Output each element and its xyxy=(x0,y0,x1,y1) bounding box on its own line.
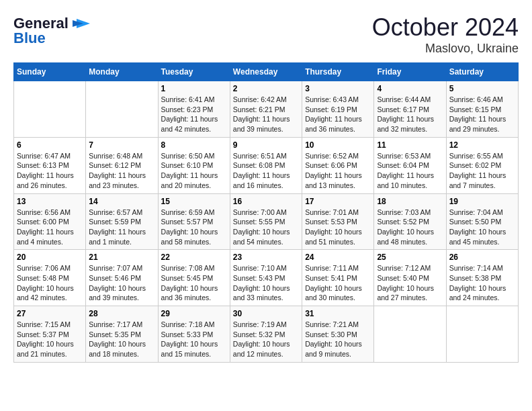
day-number: 4 xyxy=(377,84,443,93)
day-number: 21 xyxy=(89,253,154,262)
calendar-cell xyxy=(374,306,446,363)
calendar-cell: 27Sunrise: 7:15 AM Sunset: 5:37 PM Dayli… xyxy=(14,306,86,363)
day-detail: Sunrise: 6:43 AM Sunset: 6:19 PM Dayligh… xyxy=(305,95,371,134)
week-row-1: 6Sunrise: 6:47 AM Sunset: 6:13 PM Daylig… xyxy=(14,137,519,193)
day-detail: Sunrise: 7:07 AM Sunset: 5:46 PM Dayligh… xyxy=(89,263,154,303)
day-number: 18 xyxy=(377,197,443,206)
day-detail: Sunrise: 6:50 AM Sunset: 6:10 PM Dayligh… xyxy=(161,151,227,191)
day-number: 25 xyxy=(377,253,443,262)
logo: General Blue xyxy=(13,13,91,47)
week-row-0: 1Sunrise: 6:41 AM Sunset: 6:23 PM Daylig… xyxy=(14,81,519,138)
calendar-cell: 2Sunrise: 6:42 AM Sunset: 6:21 PM Daylig… xyxy=(230,81,302,138)
day-number: 8 xyxy=(161,140,227,150)
calendar-cell: 24Sunrise: 7:11 AM Sunset: 5:41 PM Dayli… xyxy=(302,250,374,306)
day-detail: Sunrise: 7:03 AM Sunset: 5:52 PM Dayligh… xyxy=(377,208,443,247)
day-detail: Sunrise: 6:47 AM Sunset: 6:13 PM Dayligh… xyxy=(17,151,83,191)
calendar-cell: 11Sunrise: 6:53 AM Sunset: 6:04 PM Dayli… xyxy=(374,137,446,193)
day-detail: Sunrise: 7:10 AM Sunset: 5:43 PM Dayligh… xyxy=(233,263,299,303)
day-detail: Sunrise: 6:46 AM Sunset: 6:15 PM Dayligh… xyxy=(449,95,515,134)
calendar-cell: 16Sunrise: 7:00 AM Sunset: 5:55 PM Dayli… xyxy=(230,193,302,250)
day-number: 26 xyxy=(449,253,515,262)
page-title: October 2024 xyxy=(372,13,519,42)
calendar-cell: 4Sunrise: 6:44 AM Sunset: 6:17 PM Daylig… xyxy=(374,81,446,138)
day-detail: Sunrise: 6:52 AM Sunset: 6:06 PM Dayligh… xyxy=(305,151,371,191)
calendar-table: SundayMondayTuesdayWednesdayThursdayFrid… xyxy=(13,62,519,363)
calendar-cell: 14Sunrise: 6:57 AM Sunset: 5:59 PM Dayli… xyxy=(86,193,158,250)
header-row: SundayMondayTuesdayWednesdayThursdayFrid… xyxy=(14,63,519,81)
day-detail: Sunrise: 7:11 AM Sunset: 5:41 PM Dayligh… xyxy=(305,263,371,303)
calendar-cell: 22Sunrise: 7:08 AM Sunset: 5:45 PM Dayli… xyxy=(158,250,230,306)
calendar-cell: 12Sunrise: 6:55 AM Sunset: 6:02 PM Dayli… xyxy=(446,137,518,193)
day-detail: Sunrise: 7:17 AM Sunset: 5:35 PM Dayligh… xyxy=(89,320,154,359)
day-detail: Sunrise: 6:57 AM Sunset: 5:59 PM Dayligh… xyxy=(89,208,154,247)
logo-bird-icon xyxy=(71,13,91,34)
day-detail: Sunrise: 7:12 AM Sunset: 5:40 PM Dayligh… xyxy=(377,263,443,303)
day-number: 3 xyxy=(305,84,371,93)
day-number: 1 xyxy=(161,84,227,93)
day-number: 23 xyxy=(233,253,299,262)
calendar-cell xyxy=(446,306,518,363)
day-detail: Sunrise: 7:04 AM Sunset: 5:50 PM Dayligh… xyxy=(449,208,515,247)
week-row-2: 13Sunrise: 6:56 AM Sunset: 6:00 PM Dayli… xyxy=(14,193,519,250)
calendar-cell: 19Sunrise: 7:04 AM Sunset: 5:50 PM Dayli… xyxy=(446,193,518,250)
calendar-cell: 15Sunrise: 6:59 AM Sunset: 5:57 PM Dayli… xyxy=(158,193,230,250)
day-number: 10 xyxy=(305,140,371,150)
header-thursday: Thursday xyxy=(302,63,374,81)
day-number: 15 xyxy=(161,197,227,206)
day-detail: Sunrise: 7:01 AM Sunset: 5:53 PM Dayligh… xyxy=(305,208,371,247)
page-subtitle: Maslovo, Ukraine xyxy=(372,42,519,56)
calendar-cell: 28Sunrise: 7:17 AM Sunset: 5:35 PM Dayli… xyxy=(86,306,158,363)
day-detail: Sunrise: 7:08 AM Sunset: 5:45 PM Dayligh… xyxy=(161,263,227,303)
day-detail: Sunrise: 6:51 AM Sunset: 6:08 PM Dayligh… xyxy=(233,151,299,191)
calendar-cell: 3Sunrise: 6:43 AM Sunset: 6:19 PM Daylig… xyxy=(302,81,374,138)
day-number: 6 xyxy=(17,140,83,150)
day-detail: Sunrise: 7:06 AM Sunset: 5:48 PM Dayligh… xyxy=(17,263,83,303)
day-number: 7 xyxy=(89,140,154,150)
header-tuesday: Tuesday xyxy=(158,63,230,81)
calendar-cell: 21Sunrise: 7:07 AM Sunset: 5:46 PM Dayli… xyxy=(86,250,158,306)
day-number: 31 xyxy=(305,309,371,318)
day-detail: Sunrise: 6:48 AM Sunset: 6:12 PM Dayligh… xyxy=(89,151,154,191)
day-number: 9 xyxy=(233,140,299,150)
calendar-cell: 13Sunrise: 6:56 AM Sunset: 6:00 PM Dayli… xyxy=(14,193,86,250)
header-wednesday: Wednesday xyxy=(230,63,302,81)
day-number: 11 xyxy=(377,140,443,150)
calendar-cell: 20Sunrise: 7:06 AM Sunset: 5:48 PM Dayli… xyxy=(14,250,86,306)
day-number: 5 xyxy=(449,84,515,93)
day-detail: Sunrise: 7:18 AM Sunset: 5:33 PM Dayligh… xyxy=(161,320,227,359)
day-number: 12 xyxy=(449,140,515,150)
day-detail: Sunrise: 7:15 AM Sunset: 5:37 PM Dayligh… xyxy=(17,320,83,359)
day-number: 27 xyxy=(17,309,83,318)
calendar-cell: 18Sunrise: 7:03 AM Sunset: 5:52 PM Dayli… xyxy=(374,193,446,250)
header-saturday: Saturday xyxy=(446,63,518,81)
calendar-cell: 26Sunrise: 7:14 AM Sunset: 5:38 PM Dayli… xyxy=(446,250,518,306)
day-detail: Sunrise: 6:41 AM Sunset: 6:23 PM Dayligh… xyxy=(161,95,227,134)
day-detail: Sunrise: 6:56 AM Sunset: 6:00 PM Dayligh… xyxy=(17,208,83,247)
day-number: 19 xyxy=(449,197,515,206)
header-sunday: Sunday xyxy=(14,63,86,81)
calendar-cell xyxy=(86,81,158,138)
page-header: General Blue October 2024 Maslovo, Ukrai… xyxy=(13,13,519,56)
calendar-cell: 7Sunrise: 6:48 AM Sunset: 6:12 PM Daylig… xyxy=(86,137,158,193)
day-number: 14 xyxy=(89,197,154,206)
day-number: 22 xyxy=(161,253,227,262)
day-detail: Sunrise: 6:44 AM Sunset: 6:17 PM Dayligh… xyxy=(377,95,443,134)
day-detail: Sunrise: 6:42 AM Sunset: 6:21 PM Dayligh… xyxy=(233,95,299,134)
day-number: 17 xyxy=(305,197,371,206)
calendar-cell: 1Sunrise: 6:41 AM Sunset: 6:23 PM Daylig… xyxy=(158,81,230,138)
calendar-cell: 9Sunrise: 6:51 AM Sunset: 6:08 PM Daylig… xyxy=(230,137,302,193)
calendar-cell: 8Sunrise: 6:50 AM Sunset: 6:10 PM Daylig… xyxy=(158,137,230,193)
day-detail: Sunrise: 6:53 AM Sunset: 6:04 PM Dayligh… xyxy=(377,151,443,191)
calendar-cell: 31Sunrise: 7:21 AM Sunset: 5:30 PM Dayli… xyxy=(302,306,374,363)
day-detail: Sunrise: 7:19 AM Sunset: 5:32 PM Dayligh… xyxy=(233,320,299,359)
day-number: 13 xyxy=(17,197,83,206)
week-row-4: 27Sunrise: 7:15 AM Sunset: 5:37 PM Dayli… xyxy=(14,306,519,363)
calendar-cell: 6Sunrise: 6:47 AM Sunset: 6:13 PM Daylig… xyxy=(14,137,86,193)
header-monday: Monday xyxy=(86,63,158,81)
header-friday: Friday xyxy=(374,63,446,81)
day-detail: Sunrise: 6:59 AM Sunset: 5:57 PM Dayligh… xyxy=(161,208,227,247)
day-number: 29 xyxy=(161,309,227,318)
calendar-cell: 23Sunrise: 7:10 AM Sunset: 5:43 PM Dayli… xyxy=(230,250,302,306)
logo-blue-text: Blue xyxy=(13,30,46,47)
calendar-cell: 17Sunrise: 7:01 AM Sunset: 5:53 PM Dayli… xyxy=(302,193,374,250)
